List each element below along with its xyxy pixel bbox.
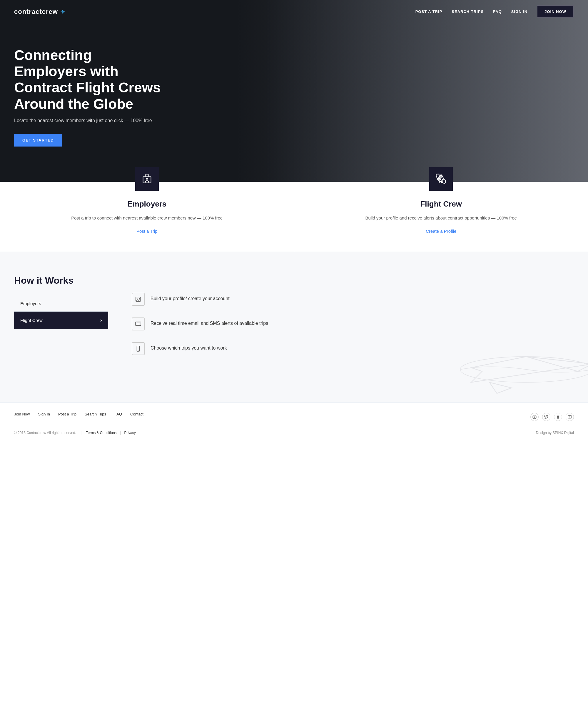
instagram-icon[interactable]: [530, 413, 539, 421]
phone-icon: [135, 345, 142, 352]
nav-faq[interactable]: FAQ: [493, 9, 502, 14]
svg-rect-7: [135, 322, 141, 325]
copyright-area: © 2018 Contactcrew All rights reserved. …: [14, 431, 136, 435]
step1-text: Build your profile/ create your account: [150, 293, 230, 302]
employers-tab-label: Employers: [20, 301, 41, 306]
svg-rect-0: [143, 177, 151, 183]
footer-contact[interactable]: Contact: [130, 412, 144, 416]
copyright-text: © 2018 Contactcrew All rights reserved.: [14, 431, 76, 435]
privacy-link[interactable]: Privacy: [124, 431, 135, 435]
how-step-3: Choose which trips you want to work: [132, 342, 296, 355]
hero-content: Connecting Employers with Contract Fligh…: [14, 47, 167, 146]
hero-title: Connecting Employers with Contract Fligh…: [14, 47, 167, 112]
svg-point-13: [534, 416, 536, 418]
employers-icon-box: [135, 167, 159, 191]
flight-crew-desc: Build your profile and receive alerts ab…: [306, 215, 576, 222]
step3-text: Choose which trips you want to work: [150, 342, 227, 351]
step1-icon-box: [132, 293, 145, 306]
terms-link[interactable]: Terms & Conditions: [86, 431, 117, 435]
how-steps: Build your profile/ create your account …: [132, 275, 296, 367]
how-tabs-panel: How it Works Employers Flight Crew ›: [14, 275, 108, 367]
step3-icon-box: [132, 342, 145, 355]
design-credit: Design by SPINX Digital: [536, 431, 574, 435]
flight-crew-icon-box: [429, 167, 453, 191]
svg-point-4: [137, 298, 138, 299]
footer-post-a-trip[interactable]: Post a Trip: [58, 412, 77, 416]
nav-links: POST A TRIP SEARCH TRIPS FAQ SIGN IN JOI…: [415, 5, 574, 18]
how-step-2: Receive real time email and SMS alerts o…: [132, 318, 296, 330]
svg-point-2: [460, 357, 588, 383]
hero-bg-overlay: [235, 0, 588, 182]
employers-desc: Post a trip to connect with nearest avai…: [12, 215, 282, 222]
employer-icon: [142, 174, 152, 184]
plane-icon: ✈: [60, 8, 65, 15]
hero-section: Connecting Employers with Contract Fligh…: [0, 0, 588, 182]
footer: Join Now Sign In Post a Trip Search Trip…: [0, 402, 588, 441]
nav-post-a-trip[interactable]: POST A TRIP: [415, 9, 442, 14]
youtube-icon[interactable]: [566, 413, 574, 421]
logo[interactable]: contractcrew ✈: [14, 8, 65, 16]
flight-crew-card: Flight Crew Build your profile and recei…: [294, 182, 588, 251]
employers-card: Employers Post a trip to connect with ne…: [0, 182, 294, 251]
nav-sign-in[interactable]: SIGN IN: [511, 9, 527, 14]
employers-title: Employers: [12, 200, 282, 208]
social-links: [530, 413, 574, 421]
twitter-icon[interactable]: [542, 413, 550, 421]
employers-tab[interactable]: Employers: [14, 296, 108, 311]
step2-text: Receive real time email and SMS alerts o…: [150, 318, 268, 327]
footer-sign-in[interactable]: Sign In: [38, 412, 50, 416]
create-profile-link[interactable]: Create a Profile: [426, 229, 456, 234]
svg-rect-10: [137, 346, 139, 351]
footer-faq[interactable]: FAQ: [114, 412, 122, 416]
message-icon: [135, 321, 142, 327]
post-a-trip-link[interactable]: Post a Trip: [136, 229, 158, 234]
flight-crew-tab[interactable]: Flight Crew ›: [14, 311, 108, 329]
navigation: contractcrew ✈ POST A TRIP SEARCH TRIPS …: [0, 0, 588, 23]
facebook-icon[interactable]: [554, 413, 562, 421]
how-it-works-section: How it Works Employers Flight Crew ›: [0, 251, 588, 402]
svg-point-1: [146, 178, 148, 180]
footer-bottom: © 2018 Contactcrew All rights reserved. …: [14, 427, 574, 435]
how-title: How it Works: [14, 275, 108, 286]
nav-search-trips[interactable]: SEARCH TRIPS: [451, 9, 484, 14]
logo-text: contractcrew: [14, 8, 58, 16]
airplane-watermark: [453, 335, 588, 402]
footer-links: Join Now Sign In Post a Trip Search Trip…: [14, 412, 144, 416]
plane-icon: [436, 174, 446, 184]
get-started-button[interactable]: GET STARTED: [14, 134, 62, 146]
footer-join-now[interactable]: Join Now: [14, 412, 30, 416]
user-card-icon: [135, 296, 142, 302]
step2-icon-box: [132, 318, 145, 330]
svg-marker-15: [569, 416, 570, 418]
svg-rect-12: [533, 415, 536, 419]
nav-join-button[interactable]: JOIN NOW: [537, 5, 574, 18]
how-step-1: Build your profile/ create your account: [132, 293, 296, 306]
how-inner: How it Works Employers Flight Crew ›: [14, 275, 296, 367]
tab-arrow-icon: ›: [100, 317, 102, 323]
hero-subtitle: Locate the nearest crew members with jus…: [14, 118, 167, 123]
flight-crew-tab-label: Flight Crew: [20, 318, 43, 323]
cards-section: Employers Post a trip to connect with ne…: [0, 182, 588, 251]
footer-search-trips[interactable]: Search Trips: [85, 412, 106, 416]
flight-crew-title: Flight Crew: [306, 200, 576, 208]
